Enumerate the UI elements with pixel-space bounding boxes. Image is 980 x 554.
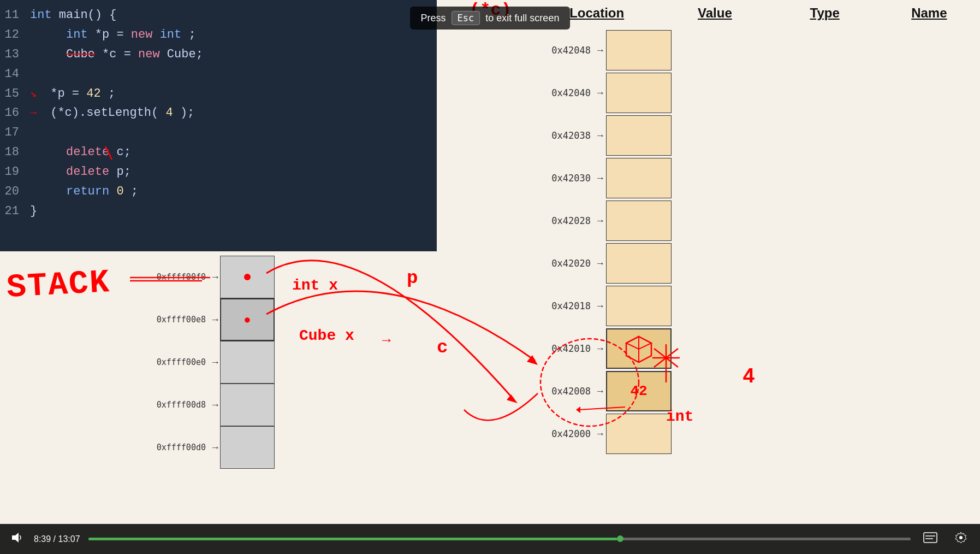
memory-row-42020: 0x42020 →	[535, 242, 980, 285]
esc-key: Esc	[452, 11, 480, 25]
total-time: 13:07	[58, 534, 80, 544]
notice-suffix: to exit full screen	[485, 13, 559, 24]
svg-text:Cube x: Cube x	[299, 327, 354, 344]
memory-row-42040: 0x42040 →	[535, 72, 980, 114]
code-line-15: 15 ↘ *p = 42 ;	[0, 84, 437, 104]
cube-icon	[624, 334, 654, 364]
subtitles-icon	[923, 532, 937, 543]
fullscreen-notice: Press Esc to exit full screen	[410, 7, 571, 30]
header-type: Type	[789, 5, 860, 21]
stack-row-d0: 0xffff00d0 →	[131, 426, 275, 469]
memory-row-42000: 0x42000 →	[535, 412, 980, 455]
code-editor: 11 int main() { 12 int *p = new int ; 13…	[0, 0, 437, 251]
memory-row-42028: 0x42028 →	[535, 199, 980, 242]
gear-icon	[954, 531, 967, 544]
memory-row-42038: 0x42038 →	[535, 114, 980, 157]
memory-row-42018: 0x42018 →	[535, 285, 980, 327]
svg-point-27	[959, 536, 963, 539]
progress-bar[interactable]	[88, 538, 911, 540]
code-line-12: 12 int *p = new int ;	[0, 25, 437, 45]
volume-icon	[11, 532, 23, 544]
progress-dot	[617, 535, 623, 542]
memory-table: Location Value Type Name 0x42048 → 0x420…	[491, 0, 980, 448]
svg-rect-24	[924, 533, 937, 543]
stack-label: STACK	[5, 264, 111, 307]
video-controls[interactable]: 8:39 / 13:07	[0, 524, 980, 554]
svg-text:p: p	[407, 268, 418, 288]
code-line-18: 18 delete c;	[0, 143, 437, 162]
svg-text:→: →	[382, 332, 391, 349]
code-line-17: 17	[0, 123, 437, 143]
memory-row-42008: 0x42008 → 42	[535, 370, 980, 412]
code-line-11: 11 int main() {	[0, 5, 437, 25]
code-line-14: 14	[0, 64, 437, 84]
code-line-16: 16 → (*c).setLength( 4 );	[0, 103, 437, 123]
code-line-20: 20 return 0 ;	[0, 182, 437, 202]
stack-row-e0: 0xffff00e0 →	[131, 341, 275, 384]
subtitles-button[interactable]	[919, 532, 942, 546]
progress-fill	[88, 538, 617, 540]
code-line-21: 21 }	[0, 202, 437, 221]
memory-row-42030: 0x42030 →	[535, 157, 980, 199]
memory-row-42010: 0x42010 →	[535, 327, 980, 370]
current-time: 8:39	[34, 534, 51, 544]
memory-row-42048: 0x42048 →	[535, 29, 980, 72]
code-line-13: 13 Cube *c = new Cube;	[0, 45, 437, 64]
settings-button[interactable]	[950, 531, 972, 547]
svg-marker-23	[12, 533, 19, 543]
time-display: 8:39 / 13:07	[34, 534, 80, 544]
stack-row-d8: 0xffff00d8 →	[131, 384, 275, 426]
stack-diagram: 0xffff00f0 → 0xffff00e8 → ● 0xffff00e0 →…	[131, 256, 275, 469]
stack-row-e8: 0xffff00e8 → ●	[131, 298, 275, 341]
header-name: Name	[896, 5, 962, 21]
audio-button[interactable]	[8, 532, 26, 546]
code-line-19: 19 delete p;	[0, 162, 437, 182]
svg-text:c: c	[437, 337, 448, 358]
memory-rows: 0x42048 → 0x42040 → 0x42038 → 0x42030 → …	[535, 29, 980, 455]
stack-row-f0: 0xffff00f0 →	[131, 256, 275, 298]
notice-prefix: Press	[421, 13, 446, 24]
svg-text:int x: int x	[292, 277, 338, 294]
header-value: Value	[676, 5, 753, 21]
